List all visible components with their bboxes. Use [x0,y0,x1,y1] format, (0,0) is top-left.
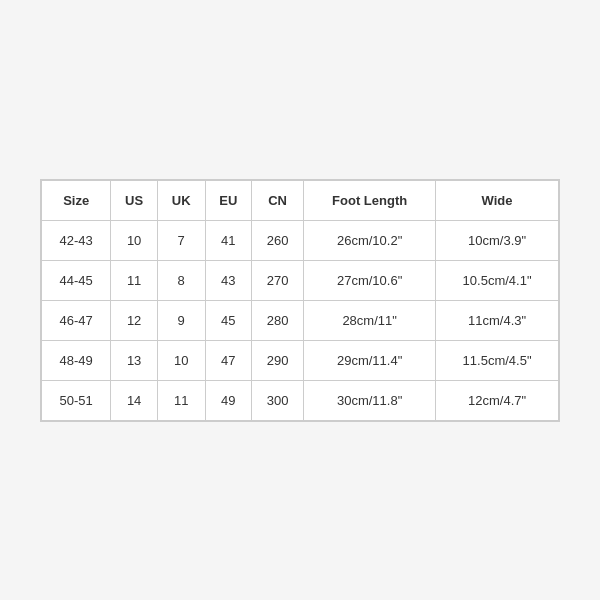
column-header: Size [42,180,111,220]
table-row: 46-471294528028cm/11"11cm/4.3" [42,300,559,340]
table-row: 42-431074126026cm/10.2"10cm/3.9" [42,220,559,260]
table-cell: 45 [205,300,252,340]
table-cell: 42-43 [42,220,111,260]
table-row: 44-451184327027cm/10.6"10.5cm/4.1" [42,260,559,300]
table-cell: 9 [157,300,205,340]
table-cell: 47 [205,340,252,380]
column-header: US [111,180,158,220]
table-cell: 11cm/4.3" [436,300,559,340]
table-cell: 12cm/4.7" [436,380,559,420]
column-header: Wide [436,180,559,220]
table-cell: 10cm/3.9" [436,220,559,260]
table-cell: 41 [205,220,252,260]
table-cell: 44-45 [42,260,111,300]
table-cell: 14 [111,380,158,420]
table-cell: 28cm/11" [304,300,436,340]
table-cell: 12 [111,300,158,340]
table-cell: 10 [157,340,205,380]
table-cell: 30cm/11.8" [304,380,436,420]
table-cell: 46-47 [42,300,111,340]
column-header: CN [252,180,304,220]
table-cell: 280 [252,300,304,340]
column-header: EU [205,180,252,220]
table-cell: 290 [252,340,304,380]
table-cell: 11 [157,380,205,420]
table-cell: 260 [252,220,304,260]
table-cell: 43 [205,260,252,300]
size-chart-table: SizeUSUKEUCNFoot LengthWide 42-431074126… [41,180,559,421]
table-cell: 8 [157,260,205,300]
size-chart-container: SizeUSUKEUCNFoot LengthWide 42-431074126… [40,179,560,422]
table-cell: 7 [157,220,205,260]
table-row: 50-5114114930030cm/11.8"12cm/4.7" [42,380,559,420]
table-cell: 26cm/10.2" [304,220,436,260]
column-header: Foot Length [304,180,436,220]
table-cell: 29cm/11.4" [304,340,436,380]
table-cell: 49 [205,380,252,420]
column-header: UK [157,180,205,220]
table-cell: 13 [111,340,158,380]
table-cell: 27cm/10.6" [304,260,436,300]
table-cell: 270 [252,260,304,300]
table-cell: 11 [111,260,158,300]
table-cell: 48-49 [42,340,111,380]
table-cell: 50-51 [42,380,111,420]
table-row: 48-4913104729029cm/11.4"11.5cm/4.5" [42,340,559,380]
table-cell: 10 [111,220,158,260]
table-cell: 300 [252,380,304,420]
table-cell: 10.5cm/4.1" [436,260,559,300]
table-cell: 11.5cm/4.5" [436,340,559,380]
